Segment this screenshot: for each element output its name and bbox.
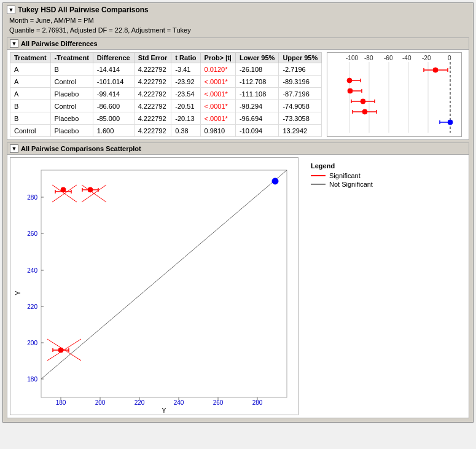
table-row: AB-14.4144.222792-3.410.0120*-26.108-2.7… xyxy=(10,63,322,76)
pairwise-header: ▼ All Pairwise Differences xyxy=(7,38,469,50)
chart-tick--80: -80 xyxy=(364,55,373,61)
table-cell-2-7: -87.7196 xyxy=(279,88,322,100)
main-title: Tukey HSD All Pairwise Comparisons xyxy=(18,6,149,14)
meta-line2: Quantile = 2.76931, Adjusted DF = 22.8, … xyxy=(4,25,472,35)
col-prob: Prob> |t| xyxy=(200,53,235,63)
table-cell-5-4: 0.38 xyxy=(171,125,200,137)
table-row: BPlacebo-85.0004.222792-20.13<.0001*-96.… xyxy=(10,112,322,125)
table-cell-0-7: -2.7196 xyxy=(279,63,322,76)
scatterplot-panel: ▼ All Pairwise Comparisons Scatterplot Y xyxy=(7,143,469,418)
legend-box: Legend Significant Not Significant xyxy=(303,157,380,415)
collapse-icon-main[interactable]: ▼ xyxy=(7,6,15,14)
chart-tick--100: -100 xyxy=(346,55,358,61)
ci-point-0 xyxy=(433,68,438,72)
table-row: APlacebo-99.4144.222792-23.54<.0001*-111… xyxy=(10,88,322,100)
chart-tick-0: 0 xyxy=(448,55,451,61)
table-cell-1-7: -89.3196 xyxy=(279,76,322,88)
legend-item-nonsig: Not Significant xyxy=(311,181,373,188)
x-tick-220: 220 xyxy=(135,399,145,406)
table-cell-5-5: 0.9810 xyxy=(200,125,235,137)
x-tick-180: 180 xyxy=(56,399,66,406)
col-lower: Lower 95% xyxy=(235,53,278,63)
scatter-header: ▼ All Pairwise Comparisons Scatterplot xyxy=(7,143,469,155)
table-cell-1-3: 4.222792 xyxy=(134,76,171,88)
legend-label-sig: Significant xyxy=(329,172,361,179)
table-cell-0-5: 0.0120* xyxy=(200,63,235,76)
col-t-ratio: t Ratio xyxy=(171,53,200,63)
ci-point-2 xyxy=(348,88,353,93)
x-tick-240: 240 xyxy=(174,399,184,406)
table-cell-5-1: Placebo xyxy=(50,125,93,137)
table-cell-3-0: B xyxy=(10,100,51,112)
y-axis-label: Y xyxy=(14,291,21,295)
legend-label-nonsig: Not Significant xyxy=(329,181,373,188)
table-cell-0-6: -26.108 xyxy=(235,63,278,76)
table-cell-5-7: 13.2942 xyxy=(279,125,322,137)
table-cell-0-1: B xyxy=(50,63,93,76)
col-difference: Difference xyxy=(93,53,134,63)
table-cell-4-3: 4.222792 xyxy=(134,112,171,125)
table-cell-2-5: <.0001* xyxy=(200,88,235,100)
col-upper: Upper 95% xyxy=(279,53,322,63)
table-cell-1-2: -101.014 xyxy=(93,76,134,88)
x-axis-label: Y xyxy=(162,407,166,414)
x-tick-200: 200 xyxy=(95,399,106,406)
scatter-svg: Y 280 260 240 xyxy=(10,158,299,416)
table-cell-4-4: -20.13 xyxy=(171,112,200,125)
table-cell-5-2: 1.600 xyxy=(93,125,134,137)
y-tick-280: 280 xyxy=(27,194,37,201)
table-cell-0-0: A xyxy=(10,63,51,76)
table-cell-1-0: A xyxy=(10,76,51,88)
scatter-point-blue xyxy=(272,178,278,184)
table-cell-2-4: -23.54 xyxy=(171,88,200,100)
table-cell-2-3: 4.222792 xyxy=(134,88,171,100)
table-cell-4-0: B xyxy=(10,112,51,125)
chart-tick--20: -20 xyxy=(422,55,431,61)
meta-line1: Month = June, AM/PM = PM xyxy=(4,15,472,25)
pairwise-table: Treatment -Treatment Difference Std Erro… xyxy=(10,52,322,137)
table-cell-1-5: <.0001* xyxy=(200,76,235,88)
pairwise-title: All Pairwise Differences xyxy=(21,40,98,47)
scatter-chart-container: Y 280 260 240 xyxy=(10,157,298,415)
table-cell-4-6: -96.694 xyxy=(235,112,278,125)
table-cell-4-1: Placebo xyxy=(50,112,93,125)
collapse-icon-pairwise[interactable]: ▼ xyxy=(10,39,18,48)
table-cell-5-0: Control xyxy=(10,125,51,137)
table-cell-3-1: Control xyxy=(50,100,93,112)
collapse-icon-scatter[interactable]: ▼ xyxy=(10,144,18,153)
table-cell-4-2: -85.000 xyxy=(93,112,134,125)
col-treatment: Treatment xyxy=(10,53,51,63)
legend-line-nonsig xyxy=(311,184,326,185)
table-row: ControlPlacebo1.6004.2227920.380.9810-10… xyxy=(10,125,322,137)
y-tick-260: 260 xyxy=(27,230,37,237)
ci-point-5 xyxy=(448,120,453,125)
col-minus-treatment: -Treatment xyxy=(50,53,93,63)
table-cell-3-7: -74.9058 xyxy=(279,100,322,112)
table-cell-5-3: 4.222792 xyxy=(134,125,171,137)
chart-tick--40: -40 xyxy=(402,55,412,61)
ci-point-4 xyxy=(362,109,367,114)
comparison-chart: -100 -80 -60 -40 -20 0 xyxy=(327,52,462,137)
table-cell-0-4: -3.41 xyxy=(171,63,200,76)
scatter-title: All Pairwise Comparisons Scatterplot xyxy=(21,145,141,152)
table-cell-3-3: 4.222792 xyxy=(134,100,171,112)
x-tick-280: 280 xyxy=(252,399,263,406)
table-cell-3-6: -98.294 xyxy=(235,100,278,112)
table-cell-4-7: -73.3058 xyxy=(279,112,322,125)
table-cell-3-2: -86.600 xyxy=(93,100,134,112)
y-tick-200: 200 xyxy=(27,340,37,346)
scatter-section: Y 280 260 240 xyxy=(7,155,469,418)
chart-area xyxy=(41,170,287,397)
chart-tick--60: -60 xyxy=(384,55,393,61)
legend-title: Legend xyxy=(311,162,373,170)
col-std-error: Std Error xyxy=(134,53,171,63)
table-cell-0-3: 4.222792 xyxy=(134,63,171,76)
table-cell-1-4: -23.92 xyxy=(171,76,200,88)
table-cell-0-2: -14.414 xyxy=(93,63,134,76)
table-cell-3-4: -20.51 xyxy=(171,100,200,112)
table-row: AControl-101.0144.222792-23.92<.0001*-11… xyxy=(10,76,322,88)
table-section: Treatment -Treatment Difference Std Erro… xyxy=(7,50,469,139)
ci-point-1 xyxy=(347,78,352,83)
y-tick-240: 240 xyxy=(27,267,37,274)
table-row: BControl-86.6004.222792-20.51<.0001*-98.… xyxy=(10,100,322,112)
